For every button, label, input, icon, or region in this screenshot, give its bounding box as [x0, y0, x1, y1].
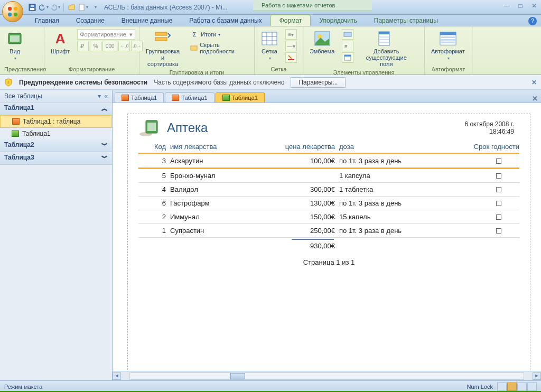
increase-decimal-button[interactable]: ←.0 — [118, 41, 130, 51]
table-row[interactable]: 4Валидол300,00€1 таблетка — [138, 183, 519, 196]
percent-button[interactable]: % — [90, 41, 101, 51]
redo-button[interactable] — [51, 3, 60, 12]
col-code[interactable]: Код — [138, 143, 170, 151]
save-icon[interactable] — [27, 3, 37, 12]
cell-code[interactable]: 5 — [138, 172, 170, 180]
table-row[interactable]: 3Аскарутин100,00€по 1т. 3 раза в день — [138, 154, 519, 167]
report-canvas[interactable]: Аптека 6 октября 2008 г. 18:46:49 Код им… — [113, 103, 541, 371]
line-width-button[interactable]: ≡▾ — [285, 29, 297, 40]
tab-create[interactable]: Создание — [68, 15, 113, 26]
cell-code[interactable]: 2 — [138, 213, 170, 221]
report-date-time[interactable]: 6 октября 2008 г. 18:46:49 — [464, 120, 514, 135]
horizontal-scrollbar[interactable]: ◄ ► — [113, 371, 541, 380]
nav-dropdown-icon[interactable]: ▾ — [98, 92, 101, 100]
view-design-button[interactable] — [517, 382, 527, 391]
expiry-checkbox[interactable] — [496, 201, 501, 206]
cell-name[interactable]: Аскарутин — [170, 157, 281, 165]
view-button[interactable]: Вид — [3, 29, 26, 63]
help-button[interactable]: ? — [528, 17, 537, 25]
nav-item-table1-table[interactable]: Таблица1 : таблица — [0, 115, 112, 128]
report-title[interactable]: Аптека — [167, 120, 208, 135]
title-icon[interactable] — [342, 29, 353, 40]
cell-price[interactable]: 250,00€ — [281, 227, 339, 235]
view-print-button[interactable] — [527, 382, 537, 391]
restore-button[interactable]: □ — [516, 2, 525, 10]
cell-code[interactable]: 4 — [138, 185, 170, 193]
col-price[interactable]: цена лекарства — [281, 143, 339, 151]
minimize-button[interactable]: — — [502, 2, 511, 10]
emblem-button[interactable]: Эмблема — [306, 29, 338, 55]
cell-code[interactable]: 3 — [138, 157, 170, 165]
view-layout-button[interactable] — [507, 382, 517, 391]
security-close-button[interactable]: ✕ — [531, 79, 537, 86]
scroll-track[interactable] — [129, 372, 524, 380]
expiry-checkbox[interactable] — [496, 228, 501, 234]
cell-price[interactable]: 150,00€ — [281, 213, 339, 221]
office-button[interactable] — [2, 1, 23, 22]
nav-group-table1[interactable]: Таблица1︽ — [0, 102, 112, 115]
formatting-combo[interactable]: Форматирование▾ — [77, 29, 135, 40]
qat-customize[interactable] — [90, 3, 100, 12]
add-fields-button[interactable]: Добавить существующие поля — [356, 29, 417, 68]
expiry-checkbox[interactable] — [496, 187, 501, 192]
cell-name[interactable]: Иммунал — [170, 213, 281, 221]
tab-pagesetup[interactable]: Параметры страницы — [366, 15, 446, 26]
cell-name[interactable]: Гастрофарм — [170, 199, 281, 207]
date-icon[interactable] — [342, 52, 353, 63]
tab-arrange[interactable]: Упорядочить — [311, 15, 365, 26]
table-row[interactable]: 1Супрастин250,00€по 1т. 3 раза в день — [138, 224, 519, 237]
view-report-button[interactable] — [497, 382, 507, 391]
thousands-button[interactable]: 000 — [102, 41, 117, 51]
col-name[interactable]: имя лекарства — [170, 143, 281, 151]
tab-format[interactable]: Формат — [270, 15, 311, 26]
cell-dose[interactable]: 15 капель — [339, 213, 440, 221]
nav-collapse-icon[interactable]: « — [104, 92, 108, 100]
currency-button[interactable]: ₽ — [77, 41, 89, 51]
cell-code[interactable]: 1 — [138, 227, 170, 235]
cell-dose[interactable]: по 1т. 3 раза в день — [339, 199, 440, 207]
col-expiry[interactable]: Срок годности — [440, 143, 519, 151]
expiry-checkbox[interactable] — [496, 214, 501, 220]
scroll-thumb[interactable] — [230, 373, 245, 379]
col-dose[interactable]: доза — [339, 143, 440, 151]
page-numbers-icon[interactable]: # — [342, 41, 353, 51]
nav-group-table3[interactable]: Таблица3︾ — [0, 152, 112, 165]
table-row[interactable]: 2Иммунал150,00€15 капель — [138, 210, 519, 223]
line-color-button[interactable] — [285, 52, 297, 63]
doc-close-button[interactable]: ✕ — [532, 95, 538, 102]
column-headers[interactable]: Код имя лекарства цена лекарства доза Ср… — [138, 139, 519, 153]
page-indicator[interactable]: Страница 1 из 1 — [138, 252, 519, 273]
nav-header[interactable]: Все таблицы ▾« — [0, 90, 112, 102]
expiry-checkbox[interactable] — [496, 173, 501, 179]
cell-dose[interactable]: 1 капсула — [339, 172, 440, 180]
totals-button[interactable]: ΣИтоги▾ — [188, 29, 251, 40]
line-style-button[interactable]: —▾ — [285, 41, 297, 51]
group-sort-button[interactable]: Группировка и сортировка — [143, 29, 183, 68]
tab-dbtools[interactable]: Работа с базами данных — [181, 15, 270, 26]
autoformat-button[interactable]: Автоформат — [428, 29, 468, 63]
scroll-left-button[interactable]: ◄ — [113, 372, 121, 380]
cell-price[interactable]: 130,00€ — [281, 199, 339, 207]
cell-code[interactable]: 6 — [138, 199, 170, 207]
expiry-checkbox[interactable] — [496, 158, 501, 164]
nav-item-table1-report[interactable]: Таблица1 — [0, 128, 112, 139]
nav-group-table2[interactable]: Таблица2︾ — [0, 139, 112, 152]
tab-external[interactable]: Внешние данные — [113, 15, 181, 26]
cell-price[interactable]: 100,00€ — [281, 157, 339, 165]
cell-dose[interactable]: по 1т. 3 раза в день — [339, 227, 440, 235]
cell-dose[interactable]: 1 таблетка — [339, 185, 440, 193]
table-row[interactable]: 5Бронхо-мунал1 капсула — [138, 169, 519, 182]
doc-tab-0[interactable]: Таблица1 — [115, 92, 164, 102]
hide-details-button[interactable]: Скрыть подробности — [188, 41, 251, 55]
close-button[interactable]: ✕ — [529, 2, 539, 10]
cell-price[interactable]: 300,00€ — [281, 185, 339, 193]
cell-name[interactable]: Супрастин — [170, 227, 281, 235]
font-button[interactable]: A Шрифт — [48, 29, 73, 55]
new-icon[interactable] — [79, 3, 88, 12]
tab-home[interactable]: Главная — [26, 15, 68, 26]
cell-dose[interactable]: по 1т. 3 раза в день — [339, 157, 440, 165]
undo-button[interactable] — [39, 3, 49, 12]
doc-tab-1[interactable]: Таблица1 — [165, 92, 214, 102]
open-icon[interactable] — [67, 3, 77, 12]
table-row[interactable]: 6Гастрофарм130,00€по 1т. 3 раза в день — [138, 197, 519, 210]
